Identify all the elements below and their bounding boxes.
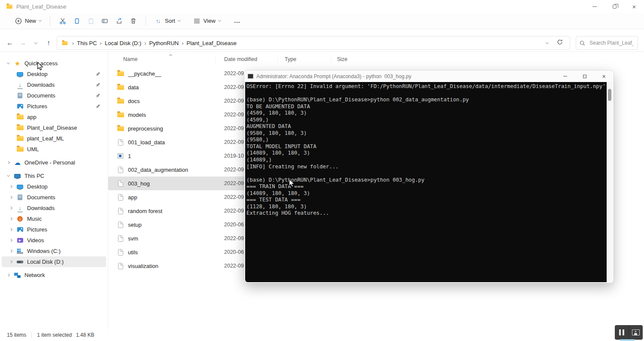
folder-icon	[117, 113, 124, 117]
chevron-right-icon	[9, 228, 12, 231]
file-icon	[117, 263, 124, 269]
items-count: 15 items	[7, 332, 26, 338]
file-icon	[117, 167, 124, 173]
console-line: TO BE AUGMENTED DATA	[246, 104, 607, 110]
new-button[interactable]: New	[11, 15, 45, 27]
refresh-icon[interactable]	[557, 39, 563, 47]
sidebar-item-onedrive[interactable]: ☁ OneDrive - Personal	[2, 157, 106, 168]
breadcrumb-this-pc[interactable]: This PC	[75, 40, 98, 46]
file-icon	[117, 222, 124, 228]
column-header-name[interactable]: Name	[108, 55, 216, 63]
video-control-overlay	[615, 325, 643, 340]
view-button[interactable]: View	[190, 15, 224, 27]
sidebar-item-app[interactable]: app	[2, 112, 106, 122]
file-icon	[117, 180, 124, 187]
breadcrumb-separator: ›	[143, 40, 147, 46]
chevron-down-icon	[39, 19, 42, 22]
star-icon: ★	[14, 60, 21, 67]
restore-button[interactable]	[605, 0, 624, 13]
share-button[interactable]	[112, 15, 126, 27]
terminal-close-button[interactable]: ×	[594, 70, 614, 82]
column-header-date-modified[interactable]: Date modified	[216, 55, 278, 63]
terminal-maximize-button[interactable]	[575, 70, 594, 82]
folder-icon	[62, 41, 68, 45]
search-input[interactable]	[589, 40, 634, 46]
picture-in-picture-button[interactable]	[629, 325, 643, 340]
breadcrumb-pythonrun[interactable]: PythonRUN	[148, 40, 181, 46]
cut-button[interactable]	[55, 15, 70, 27]
picture-icon	[632, 329, 640, 335]
sidebar-item-plant-leaf-ml[interactable]: plant_Leaf_ML	[2, 133, 106, 144]
close-button[interactable]: ×	[624, 0, 644, 13]
sidebar-item-downloads-qa[interactable]: ↓ Downloads	[2, 79, 106, 90]
sidebar-item-downloads[interactable]: ↓ Downloads	[2, 203, 106, 213]
chevron-right-icon	[6, 274, 9, 277]
column-header-size[interactable]: Size	[331, 55, 360, 63]
sidebar-item-music[interactable]: ♪ Music	[2, 213, 106, 224]
folder-icon	[117, 71, 124, 76]
console-line: TOTAL MODEL INPUT DATA	[246, 143, 607, 150]
desktop-icon	[16, 185, 24, 189]
downloads-icon: ↓	[16, 82, 24, 88]
console-line: (14089, 180, 180, 3)	[246, 190, 607, 197]
chevron-right-icon	[6, 161, 9, 164]
sidebar-item-this-pc[interactable]: This PC	[2, 170, 106, 181]
paste-button[interactable]	[84, 15, 98, 27]
sidebar-item-desktop-qa[interactable]: Desktop	[2, 69, 106, 79]
breadcrumb-local-disk-d[interactable]: Local Disk (D:)	[103, 40, 143, 46]
view-button-label: View	[204, 18, 216, 24]
terminal-scrollbar[interactable]	[607, 82, 613, 282]
console-line: (1128, 180, 180, 3)	[246, 204, 607, 210]
search-box[interactable]	[576, 36, 638, 50]
sidebar-item-local-disk-d[interactable]: Local Disk (D:)	[2, 256, 106, 267]
sidebar-item-windows-c[interactable]: Windows (C:)	[2, 246, 106, 256]
sidebar-item-pictures-qa[interactable]: Pictures	[2, 101, 106, 112]
console-line: === TEST DATA ===	[246, 197, 607, 204]
terminal-titlebar[interactable]: Administrator: Anaconda Prompt (Anaconda…	[244, 70, 614, 82]
breadcrumb[interactable]: › This PC › Local Disk (D:) › PythonRUN …	[57, 36, 570, 50]
navigation-sidebar: ★ Quick access Desktop ↓ Downloads Docum…	[0, 52, 108, 329]
copy-button[interactable]	[70, 15, 84, 27]
anaconda-prompt-window[interactable]: Administrator: Anaconda Prompt (Anaconda…	[244, 70, 614, 283]
breadcrumb-plant-leaf-disease[interactable]: Plant_Leaf_Disease	[185, 40, 238, 46]
back-button[interactable]: ←	[3, 37, 16, 49]
sidebar-item-quick-access[interactable]: ★ Quick access	[2, 58, 106, 69]
rename-button[interactable]	[98, 15, 112, 27]
sort-ascending-icon	[170, 52, 172, 58]
file-icon	[117, 235, 124, 242]
chevron-down-icon	[34, 41, 37, 44]
scrollbar-thumb[interactable]	[608, 89, 611, 101]
up-button[interactable]: ↑	[42, 37, 55, 49]
console-line: [INFO] Creating new folder...	[246, 164, 607, 170]
sidebar-item-videos[interactable]: ▶ Videos	[2, 235, 106, 246]
column-header-type[interactable]: Type	[278, 55, 331, 63]
sidebar-item-documents[interactable]: Documents	[2, 192, 106, 203]
pictures-icon	[16, 227, 24, 232]
sidebar-item-uml[interactable]: UML	[2, 144, 106, 155]
toolbar-separator	[50, 16, 50, 26]
sidebar-item-documents-qa[interactable]: Documents	[2, 90, 106, 101]
column-headers: Name Date modified Type Size	[108, 52, 370, 67]
sidebar-item-network[interactable]: Network	[2, 270, 106, 280]
address-dropdown-icon[interactable]	[546, 41, 549, 44]
forward-button[interactable]: →	[16, 37, 29, 49]
terminal-minimize-button[interactable]	[556, 70, 575, 82]
documents-icon	[16, 93, 24, 98]
downloads-icon: ↓	[16, 205, 24, 211]
sidebar-item-plant-leaf-disease[interactable]: Plant_Leaf_Disease	[2, 122, 106, 133]
pause-button[interactable]	[615, 325, 629, 340]
sidebar-item-pictures[interactable]: Pictures	[2, 224, 106, 235]
status-bar: 15 items 1 item selected 1.48 KB	[0, 329, 644, 341]
console-line: (14089, 180, 180, 3)	[246, 150, 607, 157]
minimize-button[interactable]	[585, 0, 605, 13]
delete-button[interactable]	[126, 15, 140, 27]
more-options-button[interactable]: ...	[231, 15, 244, 27]
console-output[interactable]: OSError: [Errno 22] Invalid argument: 'F…	[245, 82, 607, 282]
disk-drive-icon	[16, 261, 24, 263]
pin-icon	[96, 82, 100, 88]
sort-button[interactable]: ↑↓ Sort	[151, 15, 184, 27]
recent-locations-button[interactable]	[29, 37, 42, 49]
console-line: === TRAIN DATA ===	[246, 183, 607, 190]
sidebar-item-desktop[interactable]: Desktop	[2, 181, 106, 192]
console-line: (4509,)	[246, 117, 607, 124]
